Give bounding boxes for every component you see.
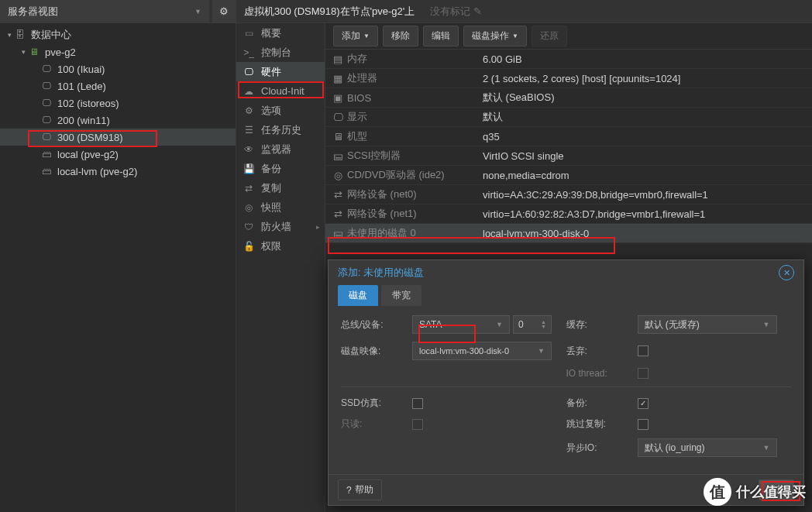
tree-label: 300 (DSM918) xyxy=(57,132,123,143)
hw-net0[interactable]: ⇄网络设备 (net0)virtio=AA:3C:29:A9:39:D8,bri… xyxy=(325,185,812,204)
submenu-monitor[interactable]: 👁监视器 xyxy=(236,139,325,159)
tree-datacenter[interactable]: ▾ 🗄 数据中心 xyxy=(0,26,236,43)
skiprepl-checkbox[interactable] xyxy=(638,419,649,430)
server-icon: 🗄 xyxy=(14,29,26,41)
no-tags-label: 没有标记 xyxy=(430,5,470,17)
chevron-down-icon: ▼ xyxy=(496,321,503,328)
hw-machine[interactable]: 🖥机型q35 xyxy=(325,127,812,146)
hw-label: 显示 xyxy=(347,110,483,124)
cache-select[interactable]: 默认 (无缓存)▼ xyxy=(638,315,777,334)
submenu-console[interactable]: >_控制台 xyxy=(236,43,325,62)
asyncio-select[interactable]: 默认 (io_uring)▼ xyxy=(638,438,777,457)
chevron-down-icon: ▼ xyxy=(763,321,770,328)
bus-select[interactable]: SATA▼ xyxy=(412,315,510,334)
submenu-snapshot[interactable]: ◎快照 xyxy=(236,198,325,217)
hw-unused-disk[interactable]: 🖴未使用的磁盘 0local-lvm:vm-300-disk-0 xyxy=(325,224,812,243)
image-select[interactable]: local-lvm:vm-300-disk-0▼ xyxy=(412,342,552,360)
vm-icon: 🖵 xyxy=(40,63,53,75)
save-icon: 💾 xyxy=(243,163,255,174)
hw-cpu[interactable]: ▦处理器2 (1 sockets, 2 cores) [host] [cpuun… xyxy=(325,69,812,88)
submenu-cloudinit[interactable]: ☁Cloud-Init xyxy=(236,81,325,101)
bus-value: SATA xyxy=(419,319,442,330)
tree-vm-200[interactable]: 🖵 200 (win11) xyxy=(0,112,236,129)
chevron-right-icon: ▸ xyxy=(316,223,320,231)
tree-label: local (pve-g2) xyxy=(57,149,119,160)
submenu-firewall[interactable]: 🛡防火墙▸ xyxy=(236,217,325,236)
edit-button[interactable]: 编辑 xyxy=(423,26,459,46)
help-icon: ? xyxy=(346,485,352,496)
dialog-titlebar[interactable]: 添加: 未使用的磁盘 ✕ xyxy=(329,260,803,285)
chevron-down-icon: ▼ xyxy=(763,444,770,452)
hardware-toolbar: 添加▼ 移除 编辑 磁盘操作▼ 还原 xyxy=(325,23,812,50)
remove-button[interactable]: 移除 xyxy=(383,26,418,46)
submenu-label: 硬件 xyxy=(261,65,281,79)
submenu-replication[interactable]: ⇄复制 xyxy=(236,178,325,198)
discard-checkbox[interactable] xyxy=(638,345,649,356)
help-button[interactable]: ?帮助 xyxy=(338,479,382,500)
submenu-backup[interactable]: 💾备份 xyxy=(236,159,325,178)
submenu-permissions[interactable]: 🔓权限 xyxy=(236,236,325,256)
sync-icon: ⇄ xyxy=(243,183,255,194)
tree-vm-300[interactable]: 🖵 300 (DSM918) xyxy=(0,129,236,146)
cache-value: 默认 (无缓存) xyxy=(645,318,700,332)
disk-action-button[interactable]: 磁盘操作▼ xyxy=(463,26,527,46)
tree-node[interactable]: ▾ 🖥 pve-g2 xyxy=(0,43,236,60)
add-button[interactable]: 添加▼ xyxy=(333,26,378,46)
btn-label: 添加 xyxy=(342,29,360,43)
submenu-summary[interactable]: ▭概要 xyxy=(236,23,325,43)
submenu-hardware[interactable]: 🖵硬件 xyxy=(236,62,325,81)
ssd-checkbox[interactable] xyxy=(412,398,423,409)
page-title: 虚拟机300 (DSM918)在节点'pve-g2'上 xyxy=(244,5,415,19)
iothread-label: IO thread: xyxy=(566,368,638,379)
tree-label: 101 (Lede) xyxy=(57,81,106,92)
hw-scsi[interactable]: 🖴SCSI控制器VirtIO SCSI single xyxy=(325,146,812,166)
btn-label: 编辑 xyxy=(432,29,450,43)
vm-icon: 🖵 xyxy=(40,97,53,109)
tree-vm-100[interactable]: 🖵 100 (Ikuai) xyxy=(0,60,236,77)
gear-icon: ⚙ xyxy=(243,105,255,116)
tab-disk[interactable]: 磁盘 xyxy=(338,285,378,306)
disc-icon: ◎ xyxy=(329,170,347,181)
settings-button[interactable]: ⚙ xyxy=(212,0,236,23)
watermark-logo-icon: 值 xyxy=(704,478,731,506)
iothread-checkbox xyxy=(638,368,649,379)
submenu-label: 概要 xyxy=(261,26,281,40)
tree-vm-101[interactable]: 🖵 101 (Lede) xyxy=(0,77,236,94)
ssd-label: SSD仿真: xyxy=(341,397,412,410)
submenu-tasks[interactable]: ☰任务历史 xyxy=(236,120,325,139)
hw-cdrom[interactable]: ◎CD/DVD驱动器 (ide2)none,media=cdrom xyxy=(325,166,812,185)
chevron-down-icon: ▼ xyxy=(194,8,201,15)
revert-button[interactable]: 还原 xyxy=(532,26,567,46)
collapse-icon: ▾ xyxy=(19,47,28,57)
close-button[interactable]: ✕ xyxy=(779,265,794,280)
chip-icon: ▣ xyxy=(329,92,347,104)
tags-area[interactable]: 没有标记 ✎ xyxy=(430,5,482,19)
view-selector[interactable]: 服务器视图 ▼ xyxy=(0,0,209,22)
submenu-label: 权限 xyxy=(261,239,281,253)
tab-bandwidth[interactable]: 带宽 xyxy=(381,285,421,306)
tree-storage-local-lvm[interactable]: 🗃 local-lvm (pve-g2) xyxy=(0,163,236,180)
btn-label: 还原 xyxy=(540,29,559,43)
hw-memory[interactable]: ▤内存6.00 GiB xyxy=(325,50,812,69)
hw-display[interactable]: 🖵显示默认 xyxy=(325,108,812,127)
submenu-options[interactable]: ⚙选项 xyxy=(236,101,325,120)
readonly-label: 只读: xyxy=(341,418,412,431)
eye-icon: 👁 xyxy=(243,144,255,155)
asyncio-label: 异步IO: xyxy=(566,442,638,455)
hw-net1[interactable]: ⇄网络设备 (net1)virtio=1A:60:92:82:A3:D7,bri… xyxy=(325,204,812,224)
vm-submenu: ▭概要 >_控制台 🖵硬件 ☁Cloud-Init ⚙选项 ☰任务历史 👁监视器… xyxy=(236,23,325,512)
view-selector-label: 服务器视图 xyxy=(8,5,58,19)
backup-checkbox[interactable]: ✓ xyxy=(638,398,649,409)
tree-storage-local[interactable]: 🗃 local (pve-g2) xyxy=(0,146,236,163)
device-number-spinner[interactable]: 0▲▼ xyxy=(513,315,552,334)
hdd-icon: 🖴 xyxy=(329,150,347,162)
cpu-icon: ▦ xyxy=(329,73,347,84)
hw-value: 6.00 GiB xyxy=(483,53,812,65)
tree-vm-102[interactable]: 🖵 102 (istoreos) xyxy=(0,94,236,112)
tree-label: 100 (Ikuai) xyxy=(57,64,105,75)
hw-bios[interactable]: ▣BIOS默认 (SeaBIOS) xyxy=(325,88,812,108)
node-icon: 🖥 xyxy=(28,46,40,58)
pencil-icon: ✎ xyxy=(473,5,482,17)
spinner-arrows-icon: ▲▼ xyxy=(541,320,546,329)
network-icon: ⇄ xyxy=(329,189,347,201)
